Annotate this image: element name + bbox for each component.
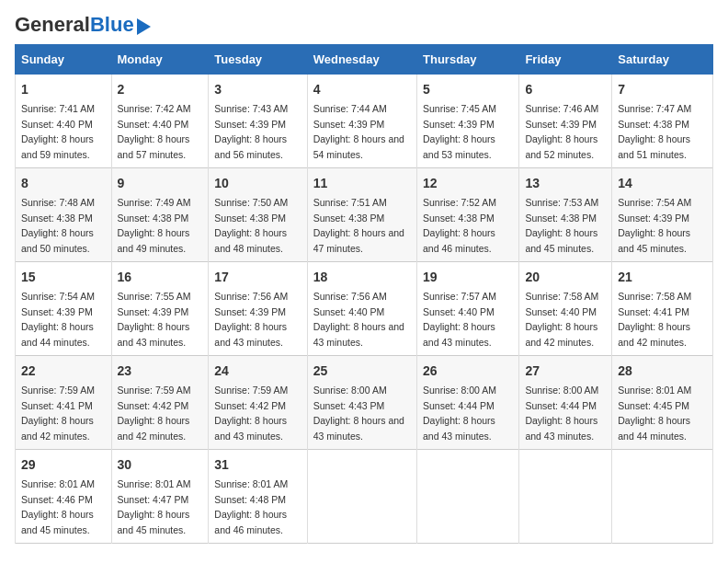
day-number: 30 [118,455,203,475]
day-number: 18 [313,268,411,287]
day-info: Sunrise: 7:59 AMSunset: 4:41 PMDaylight:… [21,385,95,442]
calendar-cell: 18Sunrise: 7:56 AMSunset: 4:40 PMDayligh… [307,262,416,356]
calendar-week-5: 29Sunrise: 8:01 AMSunset: 4:46 PMDayligh… [16,450,713,544]
calendar-cell: 12Sunrise: 7:52 AMSunset: 4:38 PMDayligh… [417,168,519,262]
day-info: Sunrise: 8:01 AMSunset: 4:47 PMDaylight:… [118,478,191,535]
calendar-cell [612,450,713,544]
day-info: Sunrise: 7:50 AMSunset: 4:38 PMDaylight:… [214,197,288,254]
day-info: Sunrise: 7:59 AMSunset: 4:42 PMDaylight:… [118,385,191,442]
day-number: 13 [525,174,606,193]
day-info: Sunrise: 7:53 AMSunset: 4:38 PMDaylight:… [525,197,598,254]
calendar-cell: 23Sunrise: 7:59 AMSunset: 4:42 PMDayligh… [111,356,209,450]
day-number: 4 [313,80,411,99]
col-header-friday: Friday [519,45,612,75]
day-number: 20 [525,268,606,287]
day-info: Sunrise: 7:58 AMSunset: 4:41 PMDaylight:… [618,291,691,348]
day-info: Sunrise: 7:49 AMSunset: 4:38 PMDaylight:… [118,197,191,254]
day-number: 23 [118,362,203,381]
day-info: Sunrise: 7:44 AMSunset: 4:39 PMDaylight:… [313,103,404,160]
day-info: Sunrise: 8:00 AMSunset: 4:44 PMDaylight:… [525,385,598,442]
calendar-cell: 16Sunrise: 7:55 AMSunset: 4:39 PMDayligh… [111,262,209,356]
day-number: 8 [21,174,106,193]
calendar-cell: 11Sunrise: 7:51 AMSunset: 4:38 PMDayligh… [307,168,416,262]
calendar-cell: 13Sunrise: 7:53 AMSunset: 4:38 PMDayligh… [519,168,612,262]
day-number: 6 [525,80,606,99]
calendar-cell: 20Sunrise: 7:58 AMSunset: 4:40 PMDayligh… [519,262,612,356]
logo-text: GeneralBlue [15,13,134,36]
day-number: 7 [618,80,707,99]
day-info: Sunrise: 8:01 AMSunset: 4:48 PMDaylight:… [214,478,288,535]
calendar-week-1: 1Sunrise: 7:41 AMSunset: 4:40 PMDaylight… [16,75,713,168]
calendar-cell: 14Sunrise: 7:54 AMSunset: 4:39 PMDayligh… [612,168,713,262]
day-info: Sunrise: 7:55 AMSunset: 4:39 PMDaylight:… [118,291,191,348]
day-number: 1 [21,80,106,99]
calendar-cell: 6Sunrise: 7:46 AMSunset: 4:39 PMDaylight… [519,75,612,168]
calendar-cell: 29Sunrise: 8:01 AMSunset: 4:46 PMDayligh… [16,450,112,544]
calendar-cell: 9Sunrise: 7:49 AMSunset: 4:38 PMDaylight… [111,168,209,262]
calendar-cell [307,450,416,544]
day-number: 16 [118,268,203,287]
day-number: 21 [618,268,707,287]
calendar-cell: 1Sunrise: 7:41 AMSunset: 4:40 PMDaylight… [16,75,112,168]
day-number: 29 [21,455,106,475]
col-header-tuesday: Tuesday [209,45,307,75]
day-number: 15 [21,268,106,287]
day-number: 24 [214,362,301,381]
day-number: 2 [118,80,203,99]
day-number: 27 [525,362,606,381]
day-number: 28 [618,362,707,381]
col-header-saturday: Saturday [612,45,713,75]
calendar-cell: 21Sunrise: 7:58 AMSunset: 4:41 PMDayligh… [612,262,713,356]
day-info: Sunrise: 7:54 AMSunset: 4:39 PMDaylight:… [618,197,691,254]
calendar-cell: 3Sunrise: 7:43 AMSunset: 4:39 PMDaylight… [209,75,307,168]
day-info: Sunrise: 7:43 AMSunset: 4:39 PMDaylight:… [214,103,288,160]
day-number: 25 [313,362,411,381]
day-number: 17 [214,268,301,287]
day-info: Sunrise: 7:45 AMSunset: 4:39 PMDaylight:… [423,103,496,160]
calendar-cell: 25Sunrise: 8:00 AMSunset: 4:43 PMDayligh… [307,356,416,450]
calendar-table: SundayMondayTuesdayWednesdayThursdayFrid… [15,44,713,544]
day-info: Sunrise: 8:01 AMSunset: 4:46 PMDaylight:… [21,478,95,535]
day-info: Sunrise: 7:47 AMSunset: 4:38 PMDaylight:… [618,103,691,160]
day-info: Sunrise: 7:58 AMSunset: 4:40 PMDaylight:… [525,291,598,348]
calendar-cell: 22Sunrise: 7:59 AMSunset: 4:41 PMDayligh… [16,356,112,450]
calendar-cell: 7Sunrise: 7:47 AMSunset: 4:38 PMDaylight… [612,75,713,168]
day-info: Sunrise: 7:56 AMSunset: 4:40 PMDaylight:… [313,291,404,348]
calendar-cell: 19Sunrise: 7:57 AMSunset: 4:40 PMDayligh… [417,262,519,356]
calendar-cell: 4Sunrise: 7:44 AMSunset: 4:39 PMDaylight… [307,75,416,168]
day-info: Sunrise: 7:51 AMSunset: 4:38 PMDaylight:… [313,197,404,254]
day-info: Sunrise: 8:01 AMSunset: 4:45 PMDaylight:… [618,385,691,442]
day-info: Sunrise: 7:42 AMSunset: 4:40 PMDaylight:… [118,103,191,160]
day-number: 22 [21,362,106,381]
day-number: 9 [118,174,203,193]
day-number: 14 [618,174,707,193]
day-info: Sunrise: 7:46 AMSunset: 4:39 PMDaylight:… [525,103,598,160]
calendar-week-2: 8Sunrise: 7:48 AMSunset: 4:38 PMDaylight… [16,168,713,262]
header: GeneralBlue [15,15,713,35]
day-number: 12 [423,174,513,193]
calendar-cell: 27Sunrise: 8:00 AMSunset: 4:44 PMDayligh… [519,356,612,450]
calendar-cell: 28Sunrise: 8:01 AMSunset: 4:45 PMDayligh… [612,356,713,450]
day-info: Sunrise: 8:00 AMSunset: 4:43 PMDaylight:… [313,385,404,442]
day-info: Sunrise: 7:57 AMSunset: 4:40 PMDaylight:… [423,291,496,348]
calendar-cell: 17Sunrise: 7:56 AMSunset: 4:39 PMDayligh… [209,262,307,356]
calendar-cell [519,450,612,544]
day-info: Sunrise: 7:56 AMSunset: 4:39 PMDaylight:… [214,291,288,348]
day-number: 3 [214,80,301,99]
day-info: Sunrise: 7:59 AMSunset: 4:42 PMDaylight:… [214,385,288,442]
calendar-cell: 24Sunrise: 7:59 AMSunset: 4:42 PMDayligh… [209,356,307,450]
calendar-cell [417,450,519,544]
calendar-cell: 30Sunrise: 8:01 AMSunset: 4:47 PMDayligh… [111,450,209,544]
day-number: 31 [214,455,301,475]
day-info: Sunrise: 7:54 AMSunset: 4:39 PMDaylight:… [21,291,95,348]
day-info: Sunrise: 8:00 AMSunset: 4:44 PMDaylight:… [423,385,496,442]
day-info: Sunrise: 7:48 AMSunset: 4:38 PMDaylight:… [21,197,95,254]
col-header-monday: Monday [111,45,209,75]
calendar-cell: 2Sunrise: 7:42 AMSunset: 4:40 PMDaylight… [111,75,209,168]
day-number: 11 [313,174,411,193]
calendar-cell: 15Sunrise: 7:54 AMSunset: 4:39 PMDayligh… [16,262,112,356]
logo: GeneralBlue [15,15,134,35]
calendar-week-4: 22Sunrise: 7:59 AMSunset: 4:41 PMDayligh… [16,356,713,450]
day-number: 26 [423,362,513,381]
day-number: 10 [214,174,301,193]
